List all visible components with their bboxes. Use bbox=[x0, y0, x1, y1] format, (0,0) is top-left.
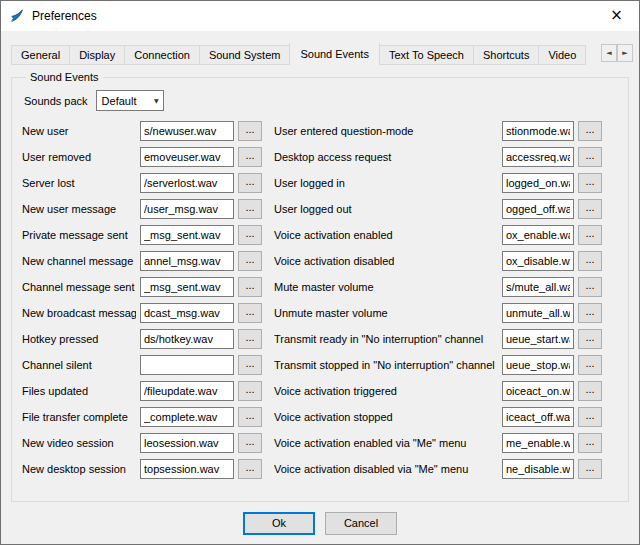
sound-event-row: New desktop session... bbox=[22, 459, 262, 479]
browse-button[interactable]: ... bbox=[578, 199, 602, 219]
sound-file-input[interactable] bbox=[502, 121, 574, 141]
sound-file-input[interactable] bbox=[502, 329, 574, 349]
tab-general[interactable]: General bbox=[11, 45, 70, 65]
browse-button[interactable]: ... bbox=[238, 173, 262, 193]
browse-button[interactable]: ... bbox=[578, 173, 602, 193]
browse-button[interactable]: ... bbox=[238, 277, 262, 297]
browse-button[interactable]: ... bbox=[578, 329, 602, 349]
tab-shortcuts[interactable]: Shortcuts bbox=[473, 45, 539, 65]
browse-button[interactable]: ... bbox=[238, 147, 262, 167]
browse-button[interactable]: ... bbox=[578, 303, 602, 323]
browse-button[interactable]: ... bbox=[578, 225, 602, 245]
tab-sound-system[interactable]: Sound System bbox=[199, 45, 291, 65]
sound-file-input[interactable] bbox=[502, 459, 574, 479]
sound-file-input[interactable] bbox=[502, 303, 574, 323]
browse-button[interactable]: ... bbox=[578, 121, 602, 141]
left-column: New user...User removed...Server lost...… bbox=[22, 121, 262, 485]
sound-file-input[interactable] bbox=[140, 433, 234, 453]
sound-event-row: Files updated... bbox=[22, 381, 262, 401]
cancel-button[interactable]: Cancel bbox=[325, 512, 397, 535]
sound-file-input[interactable] bbox=[140, 121, 234, 141]
tab-scroll-right-icon[interactable]: ► bbox=[617, 44, 633, 62]
sound-file-input[interactable] bbox=[502, 407, 574, 427]
sounds-pack-row: Sounds pack Default ▼ bbox=[24, 90, 618, 111]
sound-event-label: Files updated bbox=[22, 385, 136, 397]
sound-file-input[interactable] bbox=[140, 173, 234, 193]
browse-button[interactable]: ... bbox=[578, 433, 602, 453]
sound-event-row: Transmit stopped in "No interruption" ch… bbox=[274, 355, 602, 375]
group-title: Sound Events bbox=[26, 71, 103, 83]
sound-event-row: Channel silent... bbox=[22, 355, 262, 375]
sound-file-input[interactable] bbox=[502, 173, 574, 193]
browse-button[interactable]: ... bbox=[578, 381, 602, 401]
sound-file-input[interactable] bbox=[140, 147, 234, 167]
sound-file-input[interactable] bbox=[502, 433, 574, 453]
sound-file-input[interactable] bbox=[140, 277, 234, 297]
sound-event-label: File transfer complete bbox=[22, 411, 136, 423]
browse-button[interactable]: ... bbox=[238, 329, 262, 349]
sound-event-label: User logged out bbox=[274, 203, 498, 215]
browse-button[interactable]: ... bbox=[238, 121, 262, 141]
tab-connection[interactable]: Connection bbox=[124, 45, 200, 65]
footer: Ok Cancel bbox=[1, 502, 639, 544]
browse-button[interactable]: ... bbox=[578, 277, 602, 297]
browse-button[interactable]: ... bbox=[238, 407, 262, 427]
browse-button[interactable]: ... bbox=[578, 459, 602, 479]
sound-file-input[interactable] bbox=[502, 225, 574, 245]
sound-event-label: Hotkey pressed bbox=[22, 333, 136, 345]
browse-button[interactable]: ... bbox=[238, 355, 262, 375]
sound-event-label: Voice activation stopped bbox=[274, 411, 498, 423]
browse-button[interactable]: ... bbox=[238, 381, 262, 401]
sound-event-label: Voice activation disabled bbox=[274, 255, 498, 267]
sound-event-row: New channel message... bbox=[22, 251, 262, 271]
close-icon[interactable]: × bbox=[594, 1, 639, 30]
sound-event-label: Channel message sent bbox=[22, 281, 136, 293]
browse-button[interactable]: ... bbox=[238, 433, 262, 453]
browse-button[interactable]: ... bbox=[238, 303, 262, 323]
sound-file-input[interactable] bbox=[140, 251, 234, 271]
tab-text-to-speech[interactable]: Text To Speech bbox=[379, 45, 474, 65]
sound-event-row: Voice activation stopped... bbox=[274, 407, 602, 427]
titlebar[interactable]: Preferences × bbox=[1, 1, 639, 31]
sound-event-row: User logged out... bbox=[274, 199, 602, 219]
sound-file-input[interactable] bbox=[502, 381, 574, 401]
sound-file-input[interactable] bbox=[140, 355, 234, 375]
sound-file-input[interactable] bbox=[140, 381, 234, 401]
sound-event-label: Channel silent bbox=[22, 359, 136, 371]
sound-file-input[interactable] bbox=[140, 459, 234, 479]
sound-event-row: Hotkey pressed... bbox=[22, 329, 262, 349]
browse-button[interactable]: ... bbox=[238, 199, 262, 219]
ok-button[interactable]: Ok bbox=[243, 512, 315, 535]
sound-file-input[interactable] bbox=[140, 407, 234, 427]
browse-button[interactable]: ... bbox=[578, 407, 602, 427]
browse-button[interactable]: ... bbox=[238, 225, 262, 245]
browse-button[interactable]: ... bbox=[578, 251, 602, 271]
sound-file-input[interactable] bbox=[140, 303, 234, 323]
browse-button[interactable]: ... bbox=[578, 355, 602, 375]
sound-file-input[interactable] bbox=[502, 355, 574, 375]
sound-event-row: New user... bbox=[22, 121, 262, 141]
sound-event-label: Desktop access request bbox=[274, 151, 498, 163]
sounds-pack-select[interactable]: Default ▼ bbox=[96, 90, 164, 111]
browse-button[interactable]: ... bbox=[238, 251, 262, 271]
sound-event-row: User logged in... bbox=[274, 173, 602, 193]
sound-file-input[interactable] bbox=[502, 199, 574, 219]
sound-event-row: Voice activation disabled... bbox=[274, 251, 602, 271]
tab-video[interactable]: Video bbox=[538, 45, 586, 65]
sound-event-label: Server lost bbox=[22, 177, 136, 189]
tab-scroll-left-icon[interactable]: ◄ bbox=[601, 44, 617, 62]
tab-display[interactable]: Display bbox=[69, 45, 125, 65]
sound-file-input[interactable] bbox=[502, 251, 574, 271]
tab-sound-events[interactable]: Sound Events bbox=[289, 43, 380, 65]
sound-file-input[interactable] bbox=[140, 199, 234, 219]
sound-file-input[interactable] bbox=[140, 225, 234, 245]
sound-file-input[interactable] bbox=[140, 329, 234, 349]
browse-button[interactable]: ... bbox=[238, 459, 262, 479]
sound-event-row: New broadcast message... bbox=[22, 303, 262, 323]
sound-event-row: User entered question-mode... bbox=[274, 121, 602, 141]
browse-button[interactable]: ... bbox=[578, 147, 602, 167]
sound-file-input[interactable] bbox=[502, 277, 574, 297]
chevron-down-icon: ▼ bbox=[154, 97, 159, 104]
sound-file-input[interactable] bbox=[502, 147, 574, 167]
right-column: User entered question-mode...Desktop acc… bbox=[274, 121, 618, 485]
